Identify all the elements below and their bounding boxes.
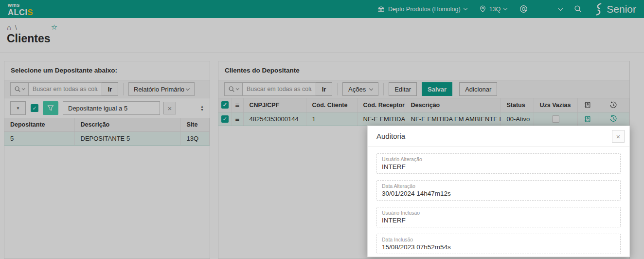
field-value: INTERF — [382, 217, 615, 224]
field-label: Data Inclusão — [382, 237, 615, 242]
field-usuario-inclusao: Usuário Inclusão INTERF — [376, 207, 621, 227]
modal-body: Usuário Alteração INTERF Data Alteração … — [368, 147, 629, 254]
field-value: INTERF — [382, 163, 615, 170]
close-button[interactable]: × — [612, 130, 625, 143]
auditoria-modal: Auditoria × Usuário Alteração INTERF Dat… — [367, 126, 630, 257]
modal-header: Auditoria — [368, 126, 629, 147]
app-window: wms ALCIS Depto Produtos (Homolog) — [0, 0, 644, 259]
field-data-inclusao: Data Inclusão 15/08/2023 07h52m54s — [376, 234, 621, 254]
modal-title: Auditoria — [376, 132, 405, 140]
field-value: 15/08/2023 07h52m54s — [382, 243, 615, 251]
field-label: Data Alteração — [382, 183, 615, 189]
field-usuario-alteracao: Usuário Alteração INTERF — [376, 153, 621, 174]
field-data-alteracao: Data Alteração 30/01/2024 14h47m12s — [376, 180, 621, 201]
field-label: Usuário Alteração — [382, 156, 615, 162]
field-value: 30/01/2024 14h47m12s — [382, 190, 615, 197]
field-label: Usuário Inclusão — [382, 210, 615, 216]
